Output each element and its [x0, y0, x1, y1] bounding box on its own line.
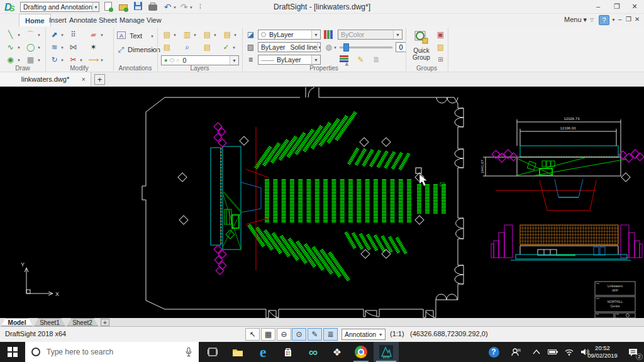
erase-tool-button[interactable]: ▰ [88, 30, 99, 40]
hatch-tool-button[interactable]: ▦ [25, 55, 36, 65]
microphone-icon[interactable] [185, 347, 192, 357]
taskbar-search[interactable]: Type here to search [25, 342, 199, 362]
layer-find-button[interactable]: ⌕ [182, 42, 192, 52]
mirror-tool-button[interactable]: ⋈ [68, 42, 79, 52]
chrome-button[interactable] [348, 342, 374, 362]
layer-states-caret-icon[interactable]: ▼ [233, 33, 238, 37]
text-caret-icon[interactable]: ▼ [150, 35, 155, 38]
quick-group-button[interactable]: QuickGroup [409, 29, 433, 64]
layer-check-caret-icon[interactable]: ▼ [231, 46, 236, 50]
etrack-toggle-button[interactable]: ≣ [323, 328, 338, 341]
menu-button[interactable]: Menu ▾ [564, 16, 587, 24]
layer-tools-caret-icon[interactable]: ▼ [213, 33, 218, 37]
esnap-toggle-button[interactable]: ✎ [308, 328, 322, 341]
notification-center-button[interactable]: 2 [623, 342, 644, 362]
edge-browser-button[interactable]: e [250, 342, 275, 362]
document-tab-close-icon[interactable]: × [82, 72, 86, 86]
stretch-caret-icon[interactable]: ▼ [99, 58, 104, 62]
tray-wifi-icon[interactable] [561, 342, 577, 362]
grid-toggle-button[interactable]: ▦ [261, 328, 275, 341]
new-document-button[interactable]: + [94, 74, 105, 85]
help-caret-icon[interactable]: ▼ [611, 18, 616, 22]
arc-tool-button[interactable]: ⌒ [25, 30, 36, 40]
lineweight-caret-icon[interactable]: ▼ [311, 55, 320, 64]
layer-combo-caret-icon[interactable]: ▼ [230, 56, 238, 65]
task-view-button[interactable] [200, 342, 225, 362]
dimension-tool-button[interactable]: Dimension [128, 46, 160, 53]
layer-prev-button[interactable]: ▤ [202, 42, 213, 52]
start-button[interactable] [0, 342, 25, 362]
polar-toggle-button[interactable]: ⊙ [292, 328, 306, 341]
group-manager-button[interactable]: ⊞ [435, 55, 446, 65]
trim-caret-icon[interactable]: ▼ [79, 58, 84, 62]
rotate-tool-button[interactable]: ↻ [49, 55, 60, 65]
arc-caret-icon[interactable]: ▼ [36, 33, 42, 37]
explode-tool-button[interactable]: ✶ [88, 42, 99, 52]
doc-restore-button[interactable]: ❐ [626, 16, 631, 23]
sheet-tab-model[interactable]: Model [1, 318, 33, 326]
ellipse-caret-icon[interactable]: ▼ [36, 46, 42, 50]
dropbox-button[interactable]: ❖ [325, 342, 350, 362]
document-tab[interactable]: linkwaters.dwg* × [0, 72, 91, 86]
sheet-tab-sheet1[interactable]: Sheet1 [34, 318, 65, 326]
formatpainter-icon[interactable]: ✎ [355, 55, 366, 65]
sheet-tab-sheet2[interactable]: Sheet2 [67, 318, 98, 326]
stretch-tool-button[interactable]: ⟿ [88, 55, 99, 65]
tab-view[interactable]: View [141, 14, 167, 26]
add-sheet-button[interactable]: + [101, 319, 109, 326]
ungroup-button[interactable]: ▣ [435, 30, 446, 40]
linestyle-caret-icon[interactable]: ▼ [317, 43, 321, 52]
line-tool-button[interactable]: ╲ [5, 30, 16, 40]
menu-pin-icon[interactable]: ▽ [590, 17, 594, 23]
lineweight-combobox[interactable]: —— ByLayer ▼ [258, 55, 321, 65]
linestyle-combobox[interactable]: ByLayer Solid line ▼ [258, 42, 321, 52]
pointer-mode-button[interactable]: ↖ [245, 328, 260, 341]
transparency-value[interactable]: 0 [396, 42, 406, 52]
tray-chevron-icon[interactable] [528, 342, 545, 362]
pattern-tool-button[interactable]: ⠿ [68, 30, 79, 40]
spline-caret-icon[interactable]: ▼ [16, 46, 21, 50]
offset-caret-icon[interactable]: ▼ [60, 46, 65, 50]
line-caret-icon[interactable]: ▼ [16, 33, 21, 37]
layer-combobox[interactable]: ● ⬭ ○ 0 ▼ [161, 55, 239, 65]
lineweight-icon[interactable]: ≡ [245, 55, 256, 65]
page-icon[interactable]: 🗎 [371, 55, 382, 65]
tray-help-icon[interactable]: ? [484, 342, 503, 362]
layer-activate-button[interactable]: ▤ [162, 42, 172, 52]
doc-minimize-button[interactable]: – [618, 16, 622, 23]
linecolor-caret-icon[interactable]: ▼ [311, 30, 320, 39]
move-caret-icon[interactable]: ▼ [60, 33, 65, 37]
layer-tools-button[interactable]: ▤ [202, 30, 213, 40]
layer-preview-button[interactable]: ▥ [182, 30, 192, 40]
ortho-toggle-button[interactable]: ⊖ [277, 328, 291, 341]
annotation-caret-icon[interactable]: ▼ [376, 329, 385, 339]
tray-battery-icon[interactable] [545, 342, 561, 362]
file-explorer-button[interactable] [225, 342, 250, 362]
transparency-caret-icon[interactable]: ▼ [333, 46, 338, 50]
dimension-caret-icon[interactable]: ▼ [150, 48, 155, 52]
richline-icon[interactable]: A [340, 55, 348, 64]
minimize-button[interactable]: – [591, 1, 605, 12]
hatch-caret-icon[interactable]: ▼ [36, 58, 42, 62]
move-tool-button[interactable]: ⬈ [49, 30, 60, 40]
microsoft-store-button[interactable] [275, 342, 301, 362]
help-button[interactable]: ? [599, 15, 609, 25]
linecolor-combobox[interactable]: ByLayer ▼ [258, 30, 321, 40]
offset-tool-button[interactable]: ≋ [49, 42, 60, 52]
close-button[interactable]: ✕ [628, 1, 641, 12]
tray-people-icon[interactable]: R [507, 342, 526, 362]
layer-check-button[interactable]: ✓ [221, 42, 231, 52]
layer-preview-caret-icon[interactable]: ▼ [192, 33, 197, 37]
trim-tool-button[interactable]: ✂ [68, 55, 79, 65]
layers-manager-button[interactable]: ▤ [162, 30, 172, 40]
edit-group-button[interactable]: ▧ [435, 42, 446, 52]
ellipse-tool-button[interactable]: ◯ [25, 42, 36, 52]
tray-clock[interactable]: 20:52 09/02/2019 [585, 344, 620, 359]
restore-button[interactable]: ❐ [610, 1, 624, 12]
colorbars-icon[interactable] [324, 30, 333, 39]
transparency-slider-handle[interactable] [343, 43, 349, 52]
obs-button[interactable]: ∞ [301, 342, 326, 362]
layer-states-button[interactable]: ▤ [222, 30, 233, 40]
circle-tool-button[interactable]: ◉ [5, 55, 16, 65]
drawing-canvas[interactable]: 12026.73 12196.00 2441.07 [0, 87, 644, 318]
